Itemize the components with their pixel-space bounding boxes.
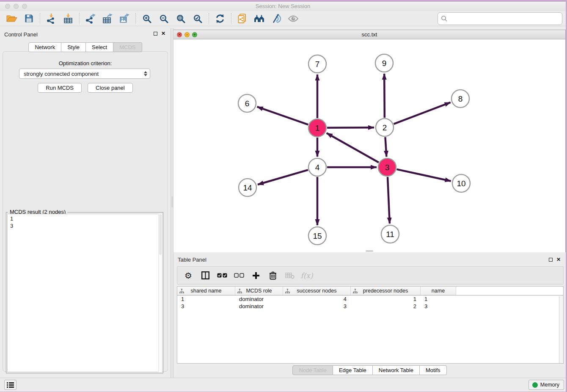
zoom-out-icon — [159, 14, 168, 23]
cell-predecessor-nodes[interactable]: 1 — [351, 295, 421, 303]
edge-3-1[interactable] — [327, 133, 379, 162]
delete-columns-button[interactable] — [265, 268, 281, 283]
apply-layout-button[interactable] — [212, 12, 228, 25]
column-header-predecessor-nodes[interactable]: predecessor nodes — [351, 287, 421, 295]
column-header-successor-nodes[interactable]: successor nodes — [283, 287, 351, 295]
toolbar-separator — [209, 13, 209, 24]
tab-network[interactable]: Network — [28, 42, 61, 52]
export-table-icon — [102, 14, 113, 24]
zoom-in-icon — [142, 14, 151, 23]
function-builder-button[interactable]: f(x) — [299, 268, 314, 283]
zoom-in-button[interactable] — [138, 12, 155, 25]
column-header-name[interactable]: name — [421, 287, 456, 295]
import-table-button[interactable] — [60, 12, 77, 25]
edge-1-6[interactable] — [257, 107, 308, 124]
tab-node-table[interactable]: Node Table — [292, 365, 333, 375]
export-network-button[interactable] — [82, 12, 99, 25]
unchecked-boxes-icon — [234, 273, 244, 278]
criterion-select[interactable]: strongly connected component — [19, 69, 150, 79]
result-scrollbar[interactable] — [158, 214, 162, 372]
column-header-shared-name[interactable]: shared name — [177, 287, 235, 295]
canvas-resize-grip[interactable] — [366, 250, 373, 252]
search-icon — [441, 15, 448, 22]
toolbar-separator — [135, 13, 136, 24]
export-table-button[interactable] — [99, 12, 116, 25]
cell-successor-nodes[interactable]: 3 — [283, 303, 351, 310]
import-network-icon — [46, 14, 56, 24]
table-row[interactable]: 3dominator323 — [177, 303, 563, 310]
close-panel-button[interactable]: Close panel — [88, 83, 133, 93]
tab-style[interactable]: Style — [61, 42, 86, 52]
toggle-graphics-details-button[interactable] — [268, 12, 285, 25]
tab-edge-table[interactable]: Edge Table — [333, 365, 373, 375]
edge-3-11[interactable] — [388, 177, 390, 224]
cell-MCDS-role[interactable]: dominator — [235, 303, 283, 310]
cell-name[interactable]: 3 — [421, 303, 456, 310]
float-table-panel-icon[interactable] — [549, 258, 553, 262]
hierarchy-icon — [285, 289, 290, 295]
deselect-all-button[interactable] — [231, 268, 247, 283]
list-icon — [7, 382, 14, 388]
network-canvas[interactable]: 7968124314101511 — [173, 39, 565, 252]
zoom-selected-button[interactable] — [189, 12, 206, 25]
table-settings-button[interactable]: ⚙ — [181, 268, 196, 283]
edge-4-14[interactable] — [258, 170, 308, 185]
zoom-fit-button[interactable] — [172, 12, 189, 25]
cell-name[interactable]: 1 — [421, 295, 456, 303]
zoom-out-button[interactable] — [155, 12, 172, 25]
column-header-MCDS-role[interactable]: MCDS role — [235, 287, 283, 295]
tab-select[interactable]: Select — [86, 42, 113, 52]
mcds-result-line: 3 — [10, 222, 162, 229]
tab-mcds[interactable]: MCDS — [113, 42, 142, 52]
select-all-button[interactable] — [215, 268, 230, 283]
show-annotations-button[interactable] — [285, 12, 302, 25]
table-panel-title: Table Panel — [178, 257, 206, 263]
cell-shared-name[interactable]: 1 — [177, 295, 235, 303]
panel-splitter[interactable] — [171, 28, 173, 378]
add-column-button[interactable] — [248, 268, 264, 283]
memory-button[interactable]: Memory — [528, 380, 564, 390]
criterion-value: strongly connected component — [24, 71, 144, 77]
mcds-result-list[interactable]: 13 — [7, 214, 162, 372]
edge-1-2[interactable] — [327, 127, 374, 128]
close-table-panel-icon[interactable]: ✕ — [556, 258, 561, 262]
edge-2-3[interactable] — [385, 137, 386, 157]
network-title: scc.txt — [173, 31, 565, 38]
network-from-file-button[interactable] — [234, 12, 251, 25]
show-columns-button[interactable] — [198, 268, 213, 283]
table-scrollbar[interactable] — [559, 296, 563, 363]
cell-successor-nodes[interactable]: 4 — [283, 295, 351, 303]
search-field-wrap — [438, 12, 562, 25]
save-session-button[interactable] — [20, 12, 37, 25]
edge-2-9[interactable] — [384, 74, 385, 118]
table-row[interactable]: 1dominator411 — [177, 295, 563, 303]
tab-network-table[interactable]: Network Table — [373, 365, 420, 375]
close-panel-icon[interactable]: ✕ — [161, 32, 165, 36]
tab-motifs[interactable]: Motifs — [420, 365, 447, 375]
splitter-grip-icon — [171, 196, 173, 207]
task-history-button[interactable] — [4, 380, 17, 390]
search-input[interactable] — [438, 12, 562, 25]
zoom-fit-icon — [176, 14, 185, 23]
edge-2-8[interactable] — [394, 102, 451, 124]
delete-table-button[interactable] — [282, 268, 297, 283]
export-image-button[interactable] — [116, 12, 133, 25]
float-panel-icon[interactable] — [154, 32, 157, 36]
run-mcds-button[interactable]: Run MCDS — [38, 83, 82, 93]
network-view-window: ✕−+ scc.txt 7968124314101511 — [173, 30, 566, 252]
network-titlebar: ✕−+ scc.txt — [173, 30, 565, 39]
zoom-selected-icon — [193, 14, 202, 23]
import-network-button[interactable] — [43, 12, 60, 25]
cell-MCDS-role[interactable]: dominator — [235, 295, 283, 303]
cell-predecessor-nodes[interactable]: 2 — [351, 303, 421, 310]
node-label-2: 2 — [383, 123, 387, 132]
open-session-button[interactable] — [3, 12, 20, 25]
trash-icon — [269, 271, 277, 280]
home-button[interactable] — [251, 12, 268, 25]
node-label-3: 3 — [385, 163, 390, 172]
cell-shared-name[interactable]: 3 — [177, 303, 235, 310]
home-houses-icon — [254, 14, 265, 23]
plus-icon — [252, 272, 260, 279]
edge-3-10[interactable] — [396, 169, 451, 181]
node-label-7: 7 — [315, 60, 320, 69]
